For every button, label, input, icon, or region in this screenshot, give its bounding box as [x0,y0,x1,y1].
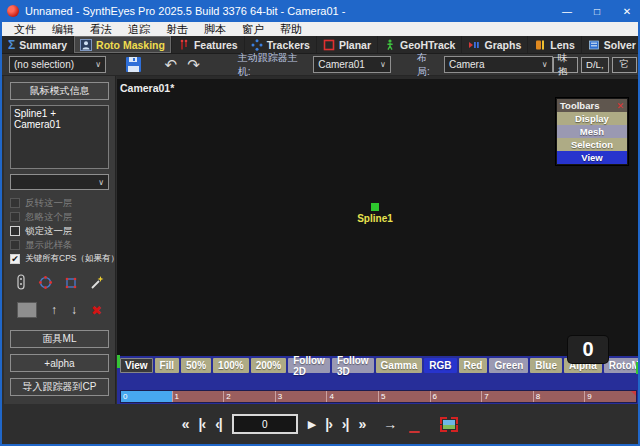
goto-arrow-button[interactable]: → [383,416,397,432]
timeline-segment[interactable]: 7 [481,391,533,402]
playback-timing-icon[interactable] [407,416,422,433]
invert-layer-row[interactable]: 反转这一层 [10,196,109,210]
timeline-segment[interactable]: 1 [172,391,224,402]
timeline-segment[interactable]: 8 [533,391,585,402]
rewind-button[interactable]: « [182,416,189,432]
plus-alpha-button[interactable]: +alpha [10,354,109,372]
tab-solver[interactable]: Solver [582,36,640,53]
tab-summary[interactable]: Σ Summary [2,36,74,53]
fast-forward-button[interactable]: » [358,416,365,432]
fill-button[interactable]: Fill [155,358,179,373]
tab-features[interactable]: Features [172,36,245,53]
zoom-100-button[interactable]: 100% [213,358,249,373]
step-back-button[interactable]: ‹| [215,416,222,432]
toolbars-item-mesh[interactable]: Mesh [557,125,627,138]
mask-ml-button[interactable]: 面具ML [10,330,109,348]
lock-layer-row[interactable]: 锁定这一层 [10,224,109,238]
timeline-ruler[interactable]: 0 1 2 3 4 5 6 7 8 9 [120,390,637,403]
move-down-button[interactable]: ↓ [71,303,77,317]
delete-button[interactable]: ✖ [91,303,102,318]
toolbars-item-selection[interactable]: Selection [557,138,627,151]
tab-label: Planar [339,39,371,51]
timeline-segment[interactable]: 3 [275,391,327,402]
spline-marker-label: Spline1 [349,213,401,224]
rgb-button[interactable]: RGB [424,358,456,373]
zoom-200-button[interactable]: 200% [251,358,287,373]
menu-track[interactable]: 追踪 [120,22,158,36]
toolbars-panel-titlebar[interactable]: Toolbars ✕ [557,99,627,112]
close-icon[interactable]: ✕ [616,101,624,111]
timeline-segment[interactable]: 6 [430,391,482,402]
selection-dropdown[interactable]: (no selection) ∨ [9,56,106,73]
green-button[interactable]: Green [489,358,528,373]
planar-icon [323,39,335,51]
menu-window[interactable]: 窗户 [234,22,272,36]
tab-graphs[interactable]: Graphs [462,36,528,53]
spline-list-item[interactable]: Spline1 + Camera01 [14,108,105,130]
timeline-segment-current[interactable]: 0 [121,391,172,402]
zoom-50-button[interactable]: 50% [181,358,211,373]
timeline-segment[interactable]: 2 [223,391,275,402]
render-preview-icon[interactable] [440,417,458,432]
follow-2d-button[interactable]: Follow 2D [288,358,330,373]
timeline-segment[interactable]: 5 [378,391,430,402]
tab-label: Lens [550,39,575,51]
follow-3d-button[interactable]: Follow 3D [332,358,374,373]
mouse-mode-info-button[interactable]: 鼠标模式信息 [10,82,109,100]
circle-spline-icon[interactable] [38,275,53,294]
tab-lens[interactable]: Lens [528,36,582,53]
blue-button[interactable]: Blue [530,358,562,373]
camera-viewport[interactable]: Camera01* Spline1 Toolbars ✕ Display Mes… [117,76,640,356]
hold-button[interactable]: 味抱 [553,57,578,73]
capsule-tool-icon[interactable] [15,274,27,295]
to-end-button[interactable]: ›| [342,416,349,432]
checkbox-icon[interactable] [10,226,20,236]
import-trackers-button[interactable]: 导入跟踪器到CP [10,378,109,396]
layout-dropdown[interactable]: Camera ∨ [444,56,553,73]
color-swatch[interactable] [17,302,37,318]
view-button[interactable]: View [120,358,153,373]
frame-number-field[interactable]: 0 [232,414,298,434]
move-up-button[interactable]: ↑ [51,303,57,317]
tab-planar[interactable]: Planar [317,36,378,53]
layer-dropdown[interactable]: ∨ [10,174,109,190]
close-button[interactable]: ✕ [612,0,640,22]
toolbars-item-view[interactable]: View [557,151,627,164]
square-spline-icon[interactable] [64,276,78,294]
key-all-cps-row[interactable]: ✔ 关键所有CPS（如果有） [10,252,109,266]
redo-button[interactable]: ↷ [187,57,200,72]
rotomask-button[interactable]: RotoMask [604,358,640,373]
menu-edit[interactable]: 编辑 [44,22,82,36]
menu-view[interactable]: 看法 [82,22,120,36]
toolbars-item-display[interactable]: Display [557,112,627,125]
host-dropdown[interactable]: Camera01 ∨ [313,56,391,73]
tab-roto-masking[interactable]: Roto Masking [74,36,172,53]
menu-shot[interactable]: 射击 [158,22,196,36]
gamma-button[interactable]: Gamma [376,358,423,373]
show-spline-row[interactable]: 显示此样条 [10,238,109,252]
play-button[interactable]: ▶ [308,418,315,431]
menu-help[interactable]: 帮助 [272,22,310,36]
sigma-icon: Σ [8,40,15,50]
maximize-button[interactable]: □ [582,0,612,22]
checkbox-icon[interactable] [10,240,20,250]
menu-file[interactable]: 文件 [6,22,44,36]
checkbox-checked-icon[interactable]: ✔ [10,254,20,264]
timeline-segment[interactable]: 9 [584,391,636,402]
undo-button[interactable]: ↶ [165,57,178,72]
timeline-segment[interactable]: 4 [326,391,378,402]
magic-wand-icon[interactable] [89,275,104,294]
to-start-button[interactable]: |‹ [199,416,206,432]
ignore-layer-row[interactable]: 忽略这个层 [10,210,109,224]
checkbox-icon[interactable] [10,212,20,222]
step-forward-button[interactable]: |› [325,416,332,432]
checkbox-icon[interactable] [10,198,20,208]
save-icon[interactable] [126,57,141,72]
menu-script[interactable]: 脚本 [196,22,234,36]
red-button[interactable]: Red [459,358,488,373]
dl-button[interactable]: D/L, [581,57,608,73]
it-button[interactable]: 它 [612,57,637,73]
spline-marker[interactable] [371,203,379,211]
spline-list[interactable]: Spline1 + Camera01 [10,105,109,169]
minimize-button[interactable]: — [552,0,582,22]
